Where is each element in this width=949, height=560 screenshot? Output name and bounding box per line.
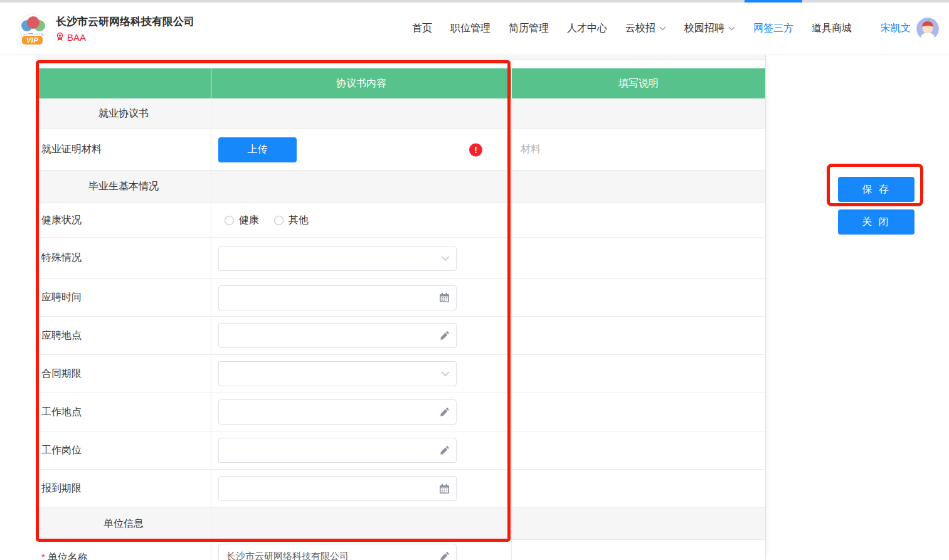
fill-instruction-application-place: [512, 317, 765, 354]
health-status-radio-group: 健康其他: [218, 214, 309, 227]
row-content-application-time: [211, 279, 512, 316]
row-label-employment-proof-material: 就业证明材料: [36, 129, 211, 170]
cert-line: BAA: [56, 32, 194, 43]
row-label-text: 工作地点: [41, 406, 82, 419]
company-name: 长沙市云研网络科技有限公司: [56, 14, 194, 29]
pencil-icon: [440, 551, 450, 560]
medal-icon: [56, 33, 64, 42]
nav-item-label: 人才中心: [567, 22, 607, 35]
table-row-work-position: 工作岗位: [36, 431, 765, 470]
section-note-cell: [512, 171, 765, 203]
row-label-text: 应聘时间: [41, 291, 82, 304]
calendar-icon: [439, 483, 450, 494]
fill-instruction-report-deadline: [512, 470, 765, 507]
fill-instruction-contract-term: [512, 355, 765, 393]
fill-instruction-work-place: [512, 393, 765, 431]
close-button[interactable]: 关 闭: [838, 209, 915, 235]
row-content-employment-proof-material: 上传!: [211, 129, 512, 170]
radio-option-label: 健康: [239, 214, 259, 227]
table-row-graduate-basic-info: 毕业生基本情况: [36, 171, 765, 203]
table-row-health-status: 健康状况健康其他: [36, 203, 765, 238]
row-content-contract-term: [211, 355, 512, 393]
nav-menu: 首页职位管理简历管理人才中心云校招校园招聘网签三方道具商城: [412, 3, 852, 55]
nav-item-0[interactable]: 首页: [412, 3, 432, 55]
row-label-text: 就业证明材料: [41, 143, 102, 156]
nav-item-5[interactable]: 校园招聘: [684, 3, 735, 55]
row-content-health-status: 健康其他: [211, 203, 512, 237]
row-label-employment-agreement: 就业协议书: [36, 98, 211, 129]
nav-item-label: 简历管理: [509, 22, 549, 35]
contract-term-select-input[interactable]: [218, 361, 457, 386]
health-status-option-0[interactable]: 健康: [225, 214, 259, 227]
row-label-report-deadline: 报到期限: [36, 470, 211, 507]
employment-proof-material-upload-button[interactable]: 上传: [218, 137, 297, 162]
row-label-text: 健康状况: [41, 214, 82, 227]
table-header-agreement-content: 协议书内容: [211, 68, 512, 98]
nav-item-label: 道具商城: [812, 22, 852, 35]
user-name[interactable]: 宋凯文: [881, 22, 911, 35]
row-label-text: 工作岗位: [41, 444, 82, 457]
table-body: 就业协议书就业证明材料上传!材料毕业生基本情况健康状况健康其他特殊情况应聘时间应…: [36, 98, 765, 560]
special-situation-select-input[interactable]: [218, 246, 457, 271]
input-value: 长沙市云研网络科技有限公司: [226, 551, 349, 560]
row-label-application-time: 应聘时间: [36, 279, 211, 316]
nav-item-label: 校园招聘: [684, 22, 724, 35]
row-label-work-place: 工作地点: [36, 393, 211, 431]
row-label-graduate-basic-info: 毕业生基本情况: [36, 171, 211, 203]
row-label-application-place: 应聘地点: [36, 317, 211, 354]
brand-text: 长沙市云研网络科技有限公司 BAA: [56, 14, 194, 43]
company-name-text-input[interactable]: 长沙市云研网络科技有限公司: [218, 544, 457, 560]
company-logo: 云研科技 VIP: [19, 13, 48, 45]
row-label-company-info: 单位信息: [36, 508, 211, 539]
table-row-application-place: 应聘地点: [36, 317, 765, 355]
row-label-text: 单位名称: [48, 551, 88, 560]
nav-item-7[interactable]: 道具商城: [812, 3, 852, 55]
row-label-text: 特殊情况: [41, 251, 82, 265]
nav-item-label: 首页: [412, 22, 432, 35]
section-spacer: [211, 171, 512, 203]
application-time-date-input[interactable]: [218, 285, 457, 310]
pencil-icon: [440, 445, 450, 455]
report-deadline-date-input[interactable]: [218, 476, 457, 501]
work-place-text-input[interactable]: [218, 399, 457, 425]
radio-circle-icon[interactable]: [274, 216, 284, 225]
nav-item-3[interactable]: 人才中心: [567, 3, 607, 55]
chevron-down-icon: [441, 256, 450, 261]
user-avatar[interactable]: [916, 18, 939, 40]
nav-item-6[interactable]: 网签三方: [753, 3, 793, 55]
row-content-company-name: 长沙市云研网络科技有限公司: [211, 540, 512, 560]
section-note-cell: [512, 98, 765, 129]
health-status-option-1[interactable]: 其他: [274, 214, 309, 227]
row-label-work-position: 工作岗位: [36, 431, 211, 469]
table-header-blank: [36, 68, 211, 98]
navbar: 云研科技 VIP 长沙市云研网络科技有限公司 BAA 首页职位管理简历管理人才中…: [0, 3, 949, 55]
table-row-company-info: 单位信息: [36, 508, 765, 540]
save-button[interactable]: 保 存: [838, 177, 915, 202]
error-icon: !: [469, 143, 482, 156]
work-position-text-input[interactable]: [218, 438, 457, 463]
nav-item-2[interactable]: 简历管理: [509, 3, 549, 55]
fill-instruction-work-position: [512, 431, 765, 469]
calendar-icon: [439, 292, 450, 303]
cert-badge-label: BAA: [67, 32, 86, 43]
row-content-application-place: [211, 317, 512, 354]
row-label-text: 报到期限: [41, 482, 82, 495]
table-row-contract-term: 合同期限: [36, 355, 765, 393]
nav-item-label: 职位管理: [450, 22, 490, 35]
fill-instruction-application-time: [512, 279, 765, 316]
radio-circle-icon[interactable]: [225, 216, 234, 225]
application-place-text-input[interactable]: [218, 323, 457, 348]
chevron-down-icon: [441, 371, 450, 376]
pencil-icon: [440, 330, 450, 341]
header-gap: [36, 60, 765, 68]
nav-item-1[interactable]: 职位管理: [450, 3, 490, 55]
table-row-company-name: *单位名称长沙市云研网络科技有限公司: [36, 540, 765, 560]
row-label-special-situation: 特殊情况: [36, 238, 211, 278]
chevron-down-icon: [659, 26, 666, 31]
fill-instruction-employment-proof-material: 材料: [512, 129, 765, 170]
row-label-text: 应聘地点: [41, 329, 82, 342]
nav-item-4[interactable]: 云校招: [625, 3, 666, 55]
row-content-report-deadline: [211, 470, 512, 507]
row-content-work-position: [211, 431, 512, 469]
user-block[interactable]: 宋凯文: [881, 18, 939, 40]
